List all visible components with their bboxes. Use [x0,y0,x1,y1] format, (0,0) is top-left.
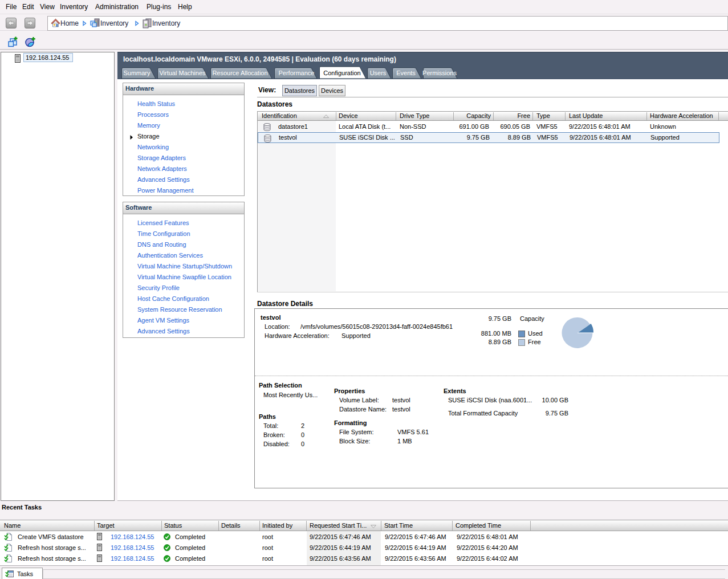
svg-text:Resource Allocation: Resource Allocation [212,70,267,76]
svg-text:Virtual Machines: Virtual Machines [159,70,206,76]
svg-text:Performance: Performance [279,70,315,76]
svg-text:Configuration: Configuration [323,70,360,76]
svg-text:Permissions: Permissions [422,70,457,76]
svg-text:Users: Users [370,70,387,76]
svg-text:Events: Events [396,70,416,76]
svg-text:Summary: Summary [123,70,151,76]
